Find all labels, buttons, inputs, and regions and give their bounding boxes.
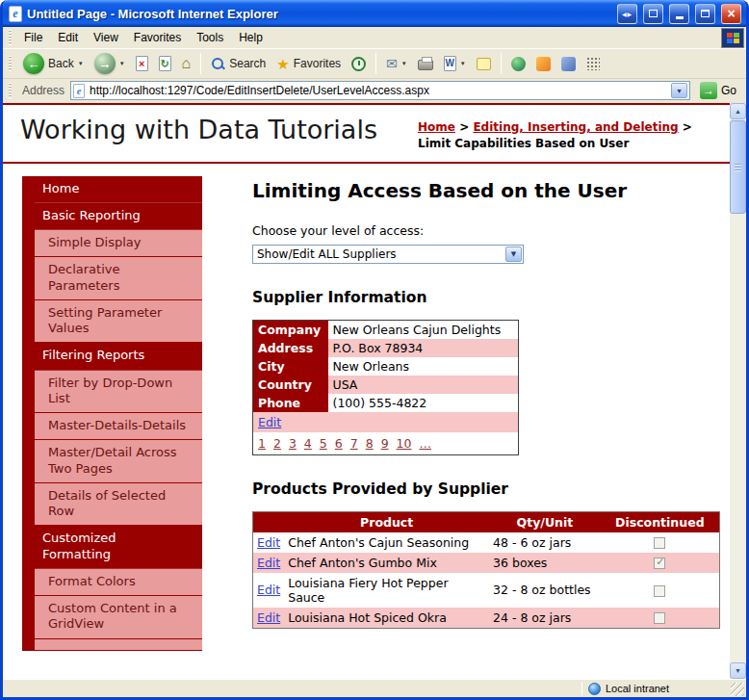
sidebar-item-format-colors[interactable]: Format Colors — [35, 569, 202, 596]
print-button[interactable] — [414, 55, 437, 72]
mail-button[interactable]: ✉ ▼ — [382, 55, 411, 72]
go-arrow-icon: → — [700, 82, 717, 99]
word-w-glyph: W — [446, 59, 454, 68]
sidebar-item-custom-content-gridview[interactable]: Custom Content in a GridView — [35, 596, 202, 639]
edit-product-link[interactable]: Edit — [257, 535, 280, 550]
scrollbar-thumb[interactable] — [730, 120, 746, 214]
grid-header-edit — [253, 511, 285, 532]
title-bar[interactable]: e Untitled Page - Microsoft Internet Exp… — [3, 0, 746, 27]
addon-button-1[interactable] — [507, 55, 529, 73]
mail-dropdown-icon[interactable]: ▼ — [401, 61, 407, 66]
discontinued-checkbox[interactable] — [654, 612, 665, 624]
sidebar-item-filter-by-dropdown-list[interactable]: Filter by Drop-Down List — [35, 371, 202, 414]
pager-link-8[interactable]: 8 — [366, 436, 374, 451]
breadcrumb-section-link[interactable]: Editing, Inserting, and Deleting — [473, 120, 678, 134]
sidebar-item-master-details-details[interactable]: Master-Details-Details — [35, 413, 202, 440]
sidebar-item-customized-formatting[interactable]: Customized Formatting — [35, 526, 202, 569]
address-input[interactable]: e http://localhost:1297/Code/EditInsertD… — [70, 81, 690, 100]
menu-file[interactable]: File — [16, 28, 50, 47]
refresh-button[interactable]: ↻ — [155, 54, 175, 73]
addon-button-4[interactable] — [582, 55, 604, 72]
breadcrumb-home-link[interactable]: Home — [418, 120, 455, 134]
maximize-button[interactable] — [695, 4, 715, 24]
web-page: Working with Data Tutorials Home > Editi… — [3, 103, 730, 679]
sidebar-item-details-of-selected-row[interactable]: Details of Selected Row — [35, 483, 202, 527]
flag-quadrant — [734, 39, 739, 43]
product-name: Chef Anton's Cajun Seasoning — [284, 532, 489, 553]
addressbar-grip[interactable] — [9, 83, 12, 98]
pager-link-5[interactable]: 5 — [320, 436, 327, 451]
pager-link-10[interactable]: 10 — [397, 436, 412, 451]
sidebar-item-simple-display[interactable]: Simple Display — [35, 230, 202, 257]
pager-link-7[interactable]: 7 — [350, 436, 358, 451]
minimize-button[interactable] — [669, 4, 689, 24]
discontinued-checkbox[interactable] — [654, 537, 665, 549]
pager-link-2[interactable]: 2 — [273, 436, 281, 451]
scrollbar-track[interactable] — [730, 119, 746, 662]
sidebar-item-declarative-parameters[interactable]: Declarative Parameters — [35, 257, 202, 300]
menubar-grip[interactable] — [9, 30, 12, 45]
pager-link-ellipsis[interactable]: … — [419, 436, 431, 451]
edit-product-link[interactable]: Edit — [257, 556, 280, 570]
addon-button-2[interactable] — [532, 55, 555, 73]
back-dropdown-icon[interactable]: ▼ — [78, 61, 84, 66]
edit-product-link[interactable]: Edit — [257, 610, 280, 625]
pager-link-9[interactable]: 9 — [381, 436, 389, 451]
sidebar-item-master-detail-two-pages[interactable]: Master/Detail Across Two Pages — [35, 440, 202, 483]
sidebar-item-partial[interactable] — [35, 639, 202, 651]
menu-help[interactable]: Help — [231, 28, 271, 47]
pager-link-4[interactable]: 4 — [304, 436, 312, 451]
page-title: Limiting Access Based on the User — [252, 179, 722, 202]
back-button[interactable]: ← Back ▼ — [19, 51, 88, 76]
favorites-button[interactable]: ★ Favorites — [272, 55, 345, 73]
go-label: Go — [721, 84, 736, 97]
products-grid: Product Qty/Unit Discontinued Edit Chef … — [252, 511, 720, 629]
history-button[interactable] — [348, 55, 370, 73]
edit-product-link[interactable]: Edit — [257, 583, 280, 597]
scroll-up-button[interactable]: ▲ — [730, 103, 746, 119]
menu-tools[interactable]: Tools — [189, 28, 231, 47]
edit-dropdown-icon[interactable]: ▼ — [460, 61, 466, 66]
go-button[interactable]: → Go — [696, 82, 740, 99]
menu-edit[interactable]: Edit — [50, 28, 86, 47]
access-level-dropdown[interactable]: Show/Edit ALL Suppliers ▼ — [252, 245, 524, 264]
discuss-button[interactable] — [473, 56, 495, 72]
address-url[interactable]: http://localhost:1297/Code/EditInsertDel… — [90, 84, 666, 97]
menu-favorites[interactable]: Favorites — [126, 28, 189, 47]
close-button[interactable]: × — [721, 4, 741, 24]
search-label: Search — [229, 57, 266, 70]
vm-window-button[interactable] — [643, 4, 663, 24]
grid-header-discontinued: Discontinued — [601, 511, 720, 532]
address-dropdown-icon[interactable]: ▼ — [671, 83, 687, 98]
discontinued-checkbox[interactable] — [654, 585, 665, 597]
security-zone-panel: Local intranet — [585, 682, 728, 696]
search-button[interactable]: Search — [207, 55, 270, 73]
pager-link-6[interactable]: 6 — [335, 436, 343, 451]
sidebar-item-setting-parameter-values[interactable]: Setting Parameter Values — [35, 300, 202, 344]
scroll-down-button[interactable]: ▼ — [730, 662, 746, 679]
sidebar-item-home[interactable]: Home — [35, 176, 202, 203]
toolbar-grip[interactable] — [9, 56, 12, 71]
dropdown-arrow-icon[interactable]: ▼ — [505, 246, 522, 262]
addon-button-3[interactable] — [557, 55, 580, 73]
forward-dropdown-icon[interactable]: ▼ — [119, 61, 125, 66]
windows-logo-icon — [721, 28, 744, 48]
stop-button[interactable]: × — [132, 54, 152, 73]
sidebar-item-filtering-reports[interactable]: Filtering Reports — [35, 343, 202, 370]
sidebar-item-basic-reporting[interactable]: Basic Reporting — [35, 203, 202, 230]
toolbar-separator — [501, 53, 502, 74]
menu-view[interactable]: View — [86, 28, 126, 47]
edit-supplier-link[interactable]: Edit — [258, 415, 281, 429]
forward-button[interactable]: → ▼ — [90, 51, 129, 76]
pager-link-3[interactable]: 3 — [289, 436, 297, 451]
vm-arrows-button[interactable]: ◀▶ — [617, 4, 637, 24]
vertical-scrollbar[interactable]: ▲ ▼ — [730, 103, 746, 679]
resize-grip[interactable] — [731, 683, 744, 696]
edit-with-word-button[interactable]: W ▼ — [440, 54, 470, 73]
windows-flag — [727, 33, 739, 43]
detail-value: New Orleans Cajun Delights — [328, 320, 519, 339]
home-button[interactable]: ⌂ — [178, 54, 195, 73]
address-label: Address — [22, 84, 65, 97]
discontinued-checkbox[interactable] — [654, 557, 665, 569]
pager-link-1[interactable]: 1 — [258, 436, 266, 451]
